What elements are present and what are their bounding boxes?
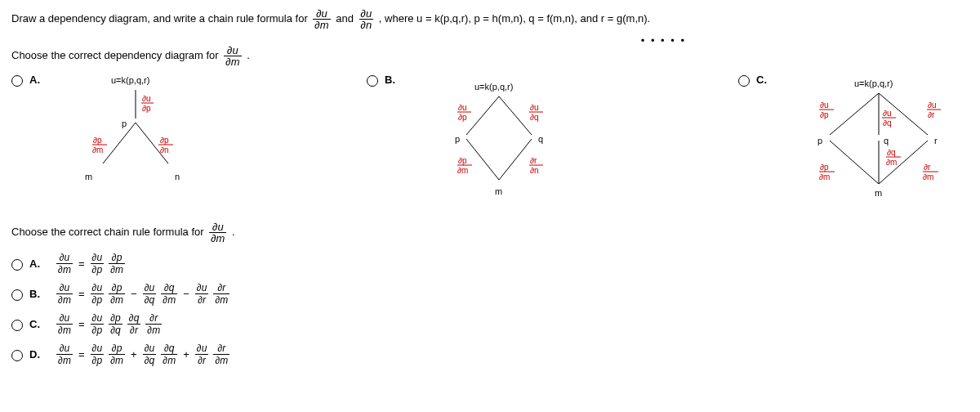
svg-text:∂p: ∂p — [142, 104, 151, 113]
chain-option-a[interactable]: A. ∂u∂m = ∂u∂p ∂p∂m — [11, 252, 969, 275]
chain-option-d[interactable]: D. ∂u∂m = ∂u∂p ∂p∂m + ∂u∂q ∂q∂m + ∂u∂r ∂… — [11, 343, 969, 366]
diagram-option-a[interactable]: A. u=k(p,q,r) ∂u ∂p p ∂p ∂m ∂p ∂n — [11, 74, 201, 207]
radio-a[interactable] — [11, 75, 23, 87]
svg-text:∂p: ∂p — [160, 136, 169, 145]
chain-option-c[interactable]: C. ∂u∂m = ∂u∂p ∂p∂q ∂q∂r ∂r∂m — [11, 312, 969, 336]
svg-text:∂r: ∂r — [928, 110, 935, 119]
svg-text:∂q: ∂q — [887, 148, 896, 157]
svg-text:q: q — [538, 134, 543, 144]
svg-text:u=k(p,q,r): u=k(p,q,r) — [854, 78, 893, 88]
svg-line-6 — [103, 123, 136, 163]
radio-b[interactable] — [367, 75, 378, 87]
svg-text:∂p: ∂p — [458, 113, 467, 122]
svg-text:u=k(p,q,r): u=k(p,q,r) — [111, 75, 149, 85]
svg-text:m: m — [85, 172, 92, 181]
expand-dots[interactable]: • • • • • — [641, 34, 686, 47]
svg-text:∂p: ∂p — [93, 136, 102, 145]
svg-text:∂r: ∂r — [924, 163, 931, 172]
svg-line-27 — [466, 139, 499, 180]
diagram-b-svg: u=k(p,q,r) ∂u ∂p ∂u ∂q p q ∂p ∂m — [425, 74, 572, 204]
frac-du-dm: ∂u ∂m — [313, 8, 330, 30]
svg-text:∂u: ∂u — [458, 103, 467, 112]
svg-text:∂m: ∂m — [819, 172, 830, 181]
diagram-option-b[interactable]: B. u=k(p,q,r) ∂u ∂p ∂u ∂q p q ∂p — [367, 74, 572, 207]
svg-text:∂u: ∂u — [530, 103, 539, 112]
svg-text:∂m: ∂m — [92, 146, 103, 154]
diagram-c-svg: u=k(p,q,r) ∂u ∂p ∂u ∂q ∂u ∂r p q r — [797, 74, 960, 204]
svg-text:m: m — [495, 186, 502, 196]
radio-c[interactable] — [738, 75, 750, 87]
svg-line-17 — [466, 96, 499, 135]
svg-text:∂n: ∂n — [530, 166, 539, 175]
radio-chain-c[interactable] — [11, 320, 23, 331]
svg-text:∂m: ∂m — [457, 166, 468, 175]
svg-text:∂q: ∂q — [530, 113, 539, 122]
radio-chain-b[interactable] — [11, 289, 23, 301]
radio-chain-a[interactable] — [11, 259, 23, 271]
question-text: Draw a dependency diagram, and write a c… — [11, 8, 969, 30]
svg-text:∂q: ∂q — [883, 119, 892, 128]
svg-text:∂u: ∂u — [883, 109, 892, 118]
svg-text:q: q — [884, 136, 889, 146]
svg-text:p: p — [455, 134, 460, 144]
svg-text:∂u: ∂u — [820, 101, 829, 110]
chain-option-b[interactable]: B. ∂u∂m = ∂u∂p ∂p∂m − ∂u∂q ∂q∂m − ∂u∂r ∂… — [11, 282, 969, 306]
svg-text:∂p: ∂p — [820, 163, 829, 172]
svg-text:m: m — [875, 188, 882, 198]
svg-text:n: n — [175, 172, 180, 181]
svg-line-52 — [830, 141, 879, 184]
svg-text:∂p: ∂p — [820, 110, 829, 119]
diagram-option-c[interactable]: C. u=k(p,q,r) ∂u ∂p ∂u ∂q ∂u ∂r p — [738, 74, 960, 207]
svg-line-37 — [830, 93, 879, 135]
frac-du-dn: ∂u ∂n — [359, 8, 374, 30]
svg-text:∂r: ∂r — [530, 156, 537, 165]
svg-line-18 — [499, 96, 532, 135]
svg-text:∂u: ∂u — [142, 94, 151, 103]
svg-text:u=k(p,q,r): u=k(p,q,r) — [474, 82, 513, 92]
svg-text:∂n: ∂n — [160, 146, 169, 154]
svg-text:∂m: ∂m — [923, 172, 933, 181]
svg-text:∂p: ∂p — [458, 156, 467, 165]
diagram-prompt: Choose the correct dependency diagram fo… — [11, 45, 969, 67]
svg-text:p: p — [122, 119, 127, 128]
svg-text:∂m: ∂m — [886, 158, 897, 167]
svg-text:r: r — [934, 136, 938, 146]
svg-text:∂u: ∂u — [928, 101, 937, 110]
chain-rule-prompt: Choose the correct chain rule formula fo… — [11, 222, 969, 244]
svg-text:p: p — [817, 136, 822, 146]
svg-line-28 — [499, 139, 532, 180]
diagram-a-svg: u=k(p,q,r) ∂u ∂p p ∂p ∂m ∂p ∂n m n — [70, 74, 201, 196]
radio-chain-d[interactable] — [11, 350, 23, 361]
